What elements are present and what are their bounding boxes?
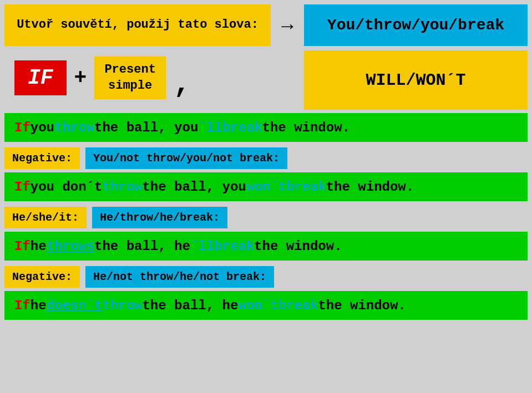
s2-you: you don´t [31, 180, 103, 195]
s4-throw: throw [102, 298, 142, 313]
negative2-label-row: Negative: He/not throw/he/not break: [4, 264, 528, 289]
if-row: IF + Presentsimple , [4, 46, 271, 110]
s3-ll: ´ll [190, 239, 214, 254]
you-throw-box: You/throw/you/break [304, 4, 528, 46]
negative-label-row: Negative: You/not throw/you/not break: [4, 145, 528, 170]
sentence-3: If he throws the ball, he´ll break the w… [4, 232, 528, 261]
sentence-1: If you throw the ball, you´ll break the … [4, 113, 528, 142]
present-simple-label: Presentsimple [104, 62, 155, 94]
top-section: Utvoř souvětí, použij tato slova: IF + P… [4, 4, 528, 110]
plus-sign: + [74, 66, 87, 90]
s2-the1: the ball, you [142, 180, 246, 195]
s4-the2: the window. [318, 298, 406, 313]
you-throw-label: You/throw/you/break [327, 17, 504, 34]
negative2-hint: He/not throw/he/not break: [85, 266, 274, 288]
s2-wont: won´t [246, 180, 286, 195]
sentence-4: If he doesn´t throw the ball, he won´t b… [4, 291, 528, 320]
s1-throw: throw [54, 120, 94, 135]
s2-throw: throw [102, 180, 142, 195]
hesheit-hint: He/throw/he/break: [92, 207, 227, 228]
negative2-section: Negative: He/not throw/he/not break: If … [4, 264, 528, 320]
main-page: Utvoř souvětí, použij tato slova: IF + P… [0, 0, 532, 393]
s3-break: break [214, 239, 254, 254]
arrow-area: → [271, 4, 304, 110]
s1-you: you [31, 120, 54, 135]
hesheit-label-row: He/she/it: He/throw/he/break: [4, 205, 528, 229]
s1-break: break [222, 120, 262, 135]
s1-if: If [14, 120, 31, 135]
negative-label: Negative: [4, 147, 80, 169]
s2-the2: the window. [326, 180, 414, 195]
will-wont-label: WILL/WON´T [366, 71, 465, 90]
if-box: IF [14, 60, 67, 95]
s2-if: If [14, 180, 31, 195]
s4-break: break [278, 298, 318, 313]
hesheit-label: He/she/it: [4, 207, 87, 228]
s3-if: If [14, 239, 31, 254]
s4-he: he [31, 298, 47, 313]
s2-break: break [286, 180, 326, 195]
s4-the1: the ball, he [142, 298, 238, 313]
negative2-label: Negative: [4, 266, 80, 288]
s4-wont: won´t [238, 298, 278, 313]
if-label: IF [28, 66, 53, 90]
arrow-icon: → [281, 16, 293, 38]
s1-ll: ´ll [198, 120, 222, 135]
s1-the1: the ball, you [94, 120, 198, 135]
s4-if: If [14, 298, 31, 313]
title-box: Utvoř souvětí, použij tato slova: [4, 4, 271, 46]
comma-sign: , [174, 68, 191, 103]
present-simple-box: Presentsimple [94, 57, 165, 99]
negative-hint: You/not throw/you/not break: [85, 147, 287, 169]
s3-throws: throws [47, 239, 94, 254]
negative-section: Negative: You/not throw/you/not break: I… [4, 145, 528, 201]
hesheit-section: He/she/it: He/throw/he/break: If he thro… [4, 205, 528, 261]
s1-the2: the window. [262, 120, 350, 135]
s4-doesnt: doesn´t [47, 298, 103, 313]
s3-he: he [31, 239, 47, 254]
right-panel: You/throw/you/break WILL/WON´T [304, 4, 528, 110]
sentence-2: If you don´t throw the ball, you won´t b… [4, 172, 528, 201]
will-wont-box: WILL/WON´T [304, 50, 528, 110]
title-text: Utvoř souvětí, použij tato slova: [17, 17, 259, 33]
s3-the1: the ball, he [94, 239, 190, 254]
left-panel: Utvoř souvětí, použij tato slova: IF + P… [4, 4, 271, 110]
s3-the2: the window. [254, 239, 342, 254]
